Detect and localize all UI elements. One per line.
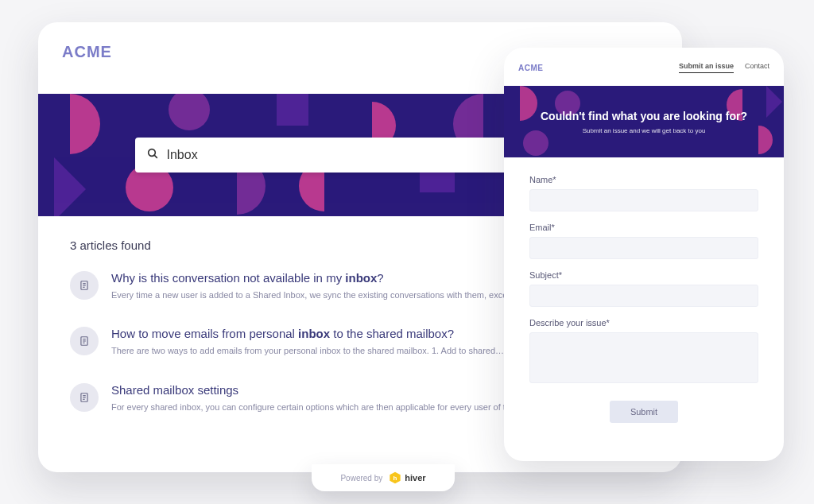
article-icon: [70, 383, 99, 412]
svg-point-20: [523, 130, 548, 156]
label-email: Email*: [529, 223, 758, 232]
result-snippet: There are two ways to add emails from yo…: [111, 345, 504, 357]
result-snippet: For every shared inbox, you can configur…: [111, 401, 521, 413]
submit-button[interactable]: Submit: [610, 401, 678, 423]
form-topbar: ACME Submit an issue Contact: [518, 62, 769, 73]
powered-by-text: Powered by: [340, 474, 382, 483]
result-title: Shared mailbox settings: [111, 383, 521, 397]
form-hero: Couldn't find what you are looking for? …: [504, 86, 784, 157]
result-title: Why is this conversation not available i…: [111, 271, 523, 285]
hiver-logo-icon: h: [389, 471, 401, 484]
nav-submit-issue[interactable]: Submit an issue: [679, 62, 734, 73]
search-icon: [146, 147, 159, 163]
label-describe: Describe your issue*: [529, 318, 758, 328]
brand-logo-small: ACME: [518, 64, 543, 72]
hiver-brand[interactable]: h hiver: [389, 471, 425, 484]
svg-text:h: h: [393, 475, 397, 482]
nav-contact[interactable]: Contact: [745, 62, 769, 73]
result-title: How to move emails from personal inbox t…: [111, 327, 504, 340]
issue-form: Name* Email* Subject* Describe your issu…: [529, 175, 758, 423]
form-nav: Submit an issue Contact: [679, 62, 769, 73]
result-snippet: Every time a new user is added to a Shar…: [111, 289, 523, 301]
form-hero-title: Couldn't find what you are looking for?: [541, 110, 747, 122]
label-name: Name*: [529, 175, 758, 184]
article-icon: [70, 271, 99, 300]
powered-by-badge: Powered by h hiver: [312, 464, 455, 491]
svg-line-5: [154, 155, 157, 157]
input-subject[interactable]: [529, 285, 758, 307]
brand-logo: ACME: [62, 43, 112, 61]
input-name[interactable]: [529, 189, 758, 211]
input-describe[interactable]: [529, 332, 758, 383]
form-hero-sub: Submit an issue and we will get back to …: [583, 127, 706, 134]
input-email[interactable]: [529, 237, 758, 259]
submit-issue-card: ACME Submit an issue Contact Couldn't fi…: [504, 48, 784, 461]
article-icon: [70, 327, 99, 355]
label-subject: Subject*: [529, 270, 758, 280]
hiver-brand-text: hiver: [405, 473, 425, 483]
